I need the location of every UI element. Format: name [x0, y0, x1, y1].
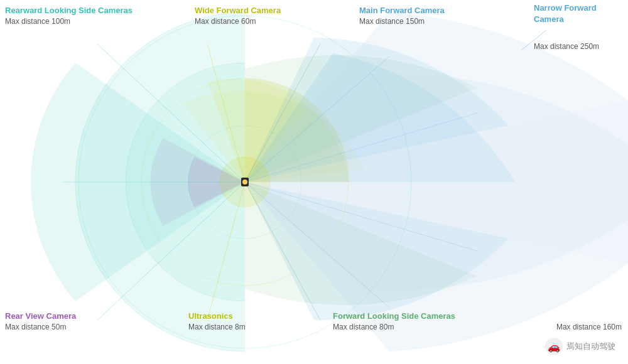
- rearward-side-distance: Max distance 100m: [5, 16, 133, 27]
- forward-side-distance: Max distance 80m: [333, 322, 455, 333]
- main-forward-label: Main Forward Camera Max distance 150m: [359, 5, 445, 27]
- rearward-side-label: Rearward Looking Side Cameras Max distan…: [5, 5, 133, 27]
- svg-point-20: [242, 179, 247, 185]
- rearward-side-title: Rearward Looking Side Cameras: [5, 5, 133, 16]
- watermark: 🚗 焉知自动驾驶: [545, 338, 615, 355]
- pillar-label: Max distance 160m: [556, 322, 622, 333]
- narrow-forward-title: Narrow Forward Camera: [534, 3, 628, 25]
- watermark-text: 焉知自动驾驶: [566, 341, 615, 352]
- wide-forward-label: Wide Forward Camera Max distance 60m: [195, 5, 281, 27]
- ultrasonics-title: Ultrasonics: [188, 311, 246, 322]
- pillar-distance: Max distance 160m: [556, 322, 622, 333]
- rear-view-label: Rear View Camera Max distance 50m: [5, 311, 76, 333]
- narrow-forward-label: Narrow Forward Camera Max distance 250m: [534, 3, 628, 52]
- rear-view-distance: Max distance 50m: [5, 322, 76, 333]
- main-forward-title: Main Forward Camera: [359, 5, 445, 16]
- watermark-icon: 🚗: [545, 338, 563, 355]
- wide-forward-distance: Max distance 60m: [195, 16, 281, 27]
- forward-side-title: Forward Looking Side Cameras: [333, 311, 455, 322]
- ultrasonics-distance: Max distance 8m: [188, 322, 246, 333]
- main-forward-distance: Max distance 150m: [359, 16, 445, 27]
- wide-forward-title: Wide Forward Camera: [195, 5, 281, 16]
- rear-view-title: Rear View Camera: [5, 311, 76, 322]
- narrow-forward-distance: Max distance 250m: [534, 41, 628, 52]
- forward-side-label: Forward Looking Side Cameras Max distanc…: [333, 311, 455, 333]
- ultrasonics-label: Ultrasonics Max distance 8m: [188, 311, 246, 333]
